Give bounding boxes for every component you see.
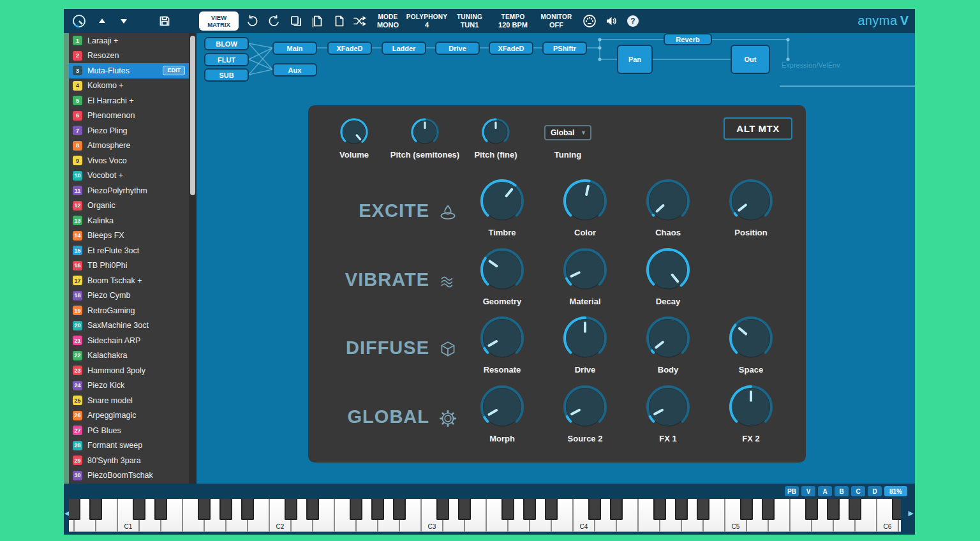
preset-scrollbar-track[interactable] — [189, 33, 197, 484]
speaker-icon[interactable] — [604, 13, 619, 29]
preset-row-20[interactable]: 20SaxMachine 3oct — [69, 318, 189, 334]
preset-row-15[interactable]: 15Et reFlute 3oct — [69, 243, 189, 258]
preset-row-5[interactable]: 5El Harrachi + — [69, 93, 189, 108]
preset-row-14[interactable]: 14Bleeps FX — [69, 228, 189, 244]
kbd-zoom-button[interactable]: 81% — [884, 486, 907, 496]
fx-1-knob[interactable] — [644, 383, 692, 433]
toolbar-group-tempo[interactable]: TEMPO120 BPM — [489, 11, 537, 31]
preset-scrollbar-thumb[interactable] — [190, 36, 195, 195]
preset-row-28[interactable]: 28Formant sweep — [69, 438, 189, 454]
fx-box-pshiftr-4[interactable]: PShiftr — [542, 41, 587, 55]
undo-icon[interactable] — [244, 13, 260, 29]
black-key[interactable] — [241, 499, 254, 520]
black-key[interactable] — [371, 499, 384, 520]
preset-row-10[interactable]: 10Vocobot + — [69, 168, 189, 184]
kbd-button-c[interactable]: C — [851, 486, 865, 496]
pan-box[interactable]: Pan — [617, 45, 653, 74]
midi-icon[interactable] — [582, 13, 597, 29]
preset-down-icon[interactable] — [116, 13, 131, 29]
preset-up-icon[interactable] — [94, 13, 110, 29]
black-key[interactable] — [350, 499, 362, 520]
drive-knob[interactable] — [561, 315, 609, 364]
preset-row-6[interactable]: 6Phenomenon — [69, 108, 189, 124]
preset-row-21[interactable]: 21Sidechain ARP — [69, 333, 189, 348]
preset-row-27[interactable]: 27PG Blues — [69, 423, 189, 438]
geometry-knob[interactable] — [479, 246, 526, 296]
preset-row-16[interactable]: 16TB Phi0Phi — [69, 258, 189, 274]
preset-row-18[interactable]: 18Piezo Cymb — [69, 288, 189, 304]
preset-row-4[interactable]: 4Kokomo + — [69, 78, 189, 94]
body-knob[interactable] — [644, 315, 692, 364]
black-key[interactable] — [805, 499, 818, 520]
black-key[interactable] — [827, 499, 840, 520]
preset-row-24[interactable]: 24Piezo Kick — [69, 378, 189, 394]
kbd-button-d[interactable]: D — [868, 486, 882, 496]
black-key[interactable] — [198, 499, 211, 520]
black-key[interactable] — [154, 499, 167, 520]
toolbar-group-monitor[interactable]: MONITOROFF — [532, 11, 581, 31]
reverb-box[interactable]: Reverb — [664, 33, 712, 45]
source-box-flut[interactable]: FLUT — [204, 53, 249, 66]
black-key[interactable] — [306, 499, 319, 520]
material-knob[interactable] — [561, 246, 609, 296]
black-key[interactable] — [458, 499, 471, 520]
color-knob[interactable] — [561, 177, 609, 227]
edit-button[interactable]: EDIT — [163, 66, 185, 75]
preset-row-22[interactable]: 22Kalachakra — [69, 348, 189, 364]
knob-icon[interactable] — [71, 13, 87, 29]
preset-row-30[interactable]: 30PiezoBoomTschak — [69, 468, 189, 484]
black-key[interactable] — [740, 499, 753, 520]
kbd-button-v[interactable]: V — [801, 486, 815, 496]
black-key[interactable] — [849, 499, 861, 520]
black-key[interactable] — [523, 499, 536, 520]
fx-2-knob[interactable] — [727, 383, 775, 433]
black-key[interactable] — [675, 499, 688, 520]
fx-box-drive-2[interactable]: Drive — [435, 41, 480, 55]
pitch-fine-knob[interactable] — [480, 116, 512, 151]
black-key[interactable] — [762, 499, 775, 520]
preset-row-7[interactable]: 7Piezo Pling — [69, 123, 189, 138]
black-key[interactable] — [393, 499, 406, 520]
toolbar-group-mode[interactable]: MODEMONO — [369, 11, 406, 31]
preset-row-17[interactable]: 17Boom Tschak + — [69, 273, 189, 288]
out-box[interactable]: Out — [731, 45, 770, 74]
volume-knob[interactable] — [338, 116, 370, 151]
redo-icon[interactable] — [267, 13, 282, 29]
black-key[interactable] — [501, 499, 514, 520]
fx-box-xfaded-0[interactable]: XFadeD — [327, 41, 372, 55]
black-key[interactable] — [219, 499, 232, 520]
resonate-knob[interactable] — [479, 315, 526, 364]
preset-row-8[interactable]: 8Atmosphere — [69, 138, 189, 154]
tuning-dropdown[interactable]: Global▼ — [544, 125, 591, 140]
black-key[interactable] — [89, 499, 102, 520]
morph-knob[interactable] — [479, 383, 526, 433]
source-2-knob[interactable] — [561, 383, 609, 433]
bus-box-aux[interactable]: Aux — [272, 63, 317, 77]
kbd-button-b[interactable]: B — [835, 486, 849, 496]
preset-row-11[interactable]: 11PiezoPolyrhythm — [69, 183, 189, 198]
preset-row-13[interactable]: 13Kalinka — [69, 213, 189, 228]
toolbar-group-tuning[interactable]: TUNINGTUN1 — [449, 11, 490, 31]
copy-page-icon[interactable] — [310, 13, 325, 29]
preset-row-23[interactable]: 23Hammond 3poly — [69, 363, 189, 378]
save-icon[interactable] — [157, 13, 172, 29]
black-key[interactable] — [436, 499, 449, 520]
black-key[interactable] — [697, 499, 709, 520]
position-knob[interactable] — [727, 177, 775, 227]
source-box-blow[interactable]: BLOW — [204, 37, 249, 50]
alt-mtx-button[interactable]: ALT MTX — [724, 117, 792, 140]
black-key[interactable] — [133, 499, 145, 520]
view-matrix-button[interactable]: VIEWMATRIX — [199, 11, 239, 31]
kbd-button-a[interactable]: A — [818, 486, 832, 496]
timbre-knob[interactable] — [479, 177, 526, 227]
preset-row-2[interactable]: 2Resozen — [69, 48, 189, 64]
preset-row-19[interactable]: 19RetroGaming — [69, 303, 189, 318]
kbd-button-pb[interactable]: PB — [785, 486, 799, 496]
preset-row-25[interactable]: 25Snare model — [69, 393, 189, 408]
black-key[interactable] — [285, 499, 297, 520]
black-key[interactable] — [610, 499, 623, 520]
source-box-sub[interactable]: SUB — [204, 68, 249, 82]
help-icon[interactable]: ? — [625, 13, 641, 29]
black-key[interactable] — [545, 499, 558, 520]
preset-row-26[interactable]: 26Arpeggimagic — [69, 408, 189, 424]
